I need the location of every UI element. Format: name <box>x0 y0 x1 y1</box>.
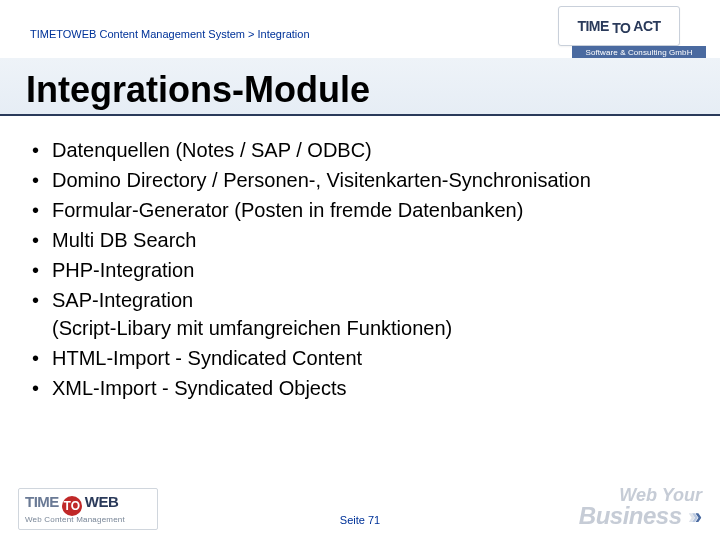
chevron-icon: ››› <box>692 506 702 528</box>
list-item: PHP-Integration <box>30 256 700 284</box>
company-logo: TIME TO ACT Software & Consulting GmbH <box>558 6 706 60</box>
product-logo-main: TIME TO WEB <box>25 493 151 513</box>
slogan: Web Your Business ››› <box>579 486 702 528</box>
list-item: Formular-Generator (Posten in fremde Dat… <box>30 196 700 224</box>
list-item: Multi DB Search <box>30 226 700 254</box>
product-logo-to: TO <box>62 496 82 516</box>
list-item: Domino Directory / Personen-, Visitenkar… <box>30 166 700 194</box>
company-logo-main: TIME TO ACT <box>558 6 680 46</box>
product-logo-web: WEB <box>85 494 119 509</box>
company-logo-text: TIME TO ACT <box>577 18 660 34</box>
title-bar: Integrations-Module <box>0 58 720 114</box>
breadcrumb: TIMETOWEB Content Management System > In… <box>30 28 310 40</box>
slide-header: TIMETOWEB Content Management System > In… <box>0 0 720 116</box>
slogan-line2: Business <box>579 502 682 529</box>
list-item: Datenquellen (Notes / SAP / ODBC) <box>30 136 700 164</box>
bullet-list: Datenquellen (Notes / SAP / ODBC) Domino… <box>30 136 700 402</box>
list-item: HTML-Import - Syndicated Content <box>30 344 700 372</box>
content-area: Datenquellen (Notes / SAP / ODBC) Domino… <box>30 134 700 404</box>
product-logo-time: TIME <box>25 494 59 509</box>
list-item: SAP-Integration(Script-Libary mit umfang… <box>30 286 700 342</box>
slide: TIMETOWEB Content Management System > In… <box>0 0 720 540</box>
list-item: XML-Import - Syndicated Objects <box>30 374 700 402</box>
page-title: Integrations-Module <box>26 72 370 108</box>
slide-footer: TIME TO WEB Web Content Management Seite… <box>0 470 720 540</box>
